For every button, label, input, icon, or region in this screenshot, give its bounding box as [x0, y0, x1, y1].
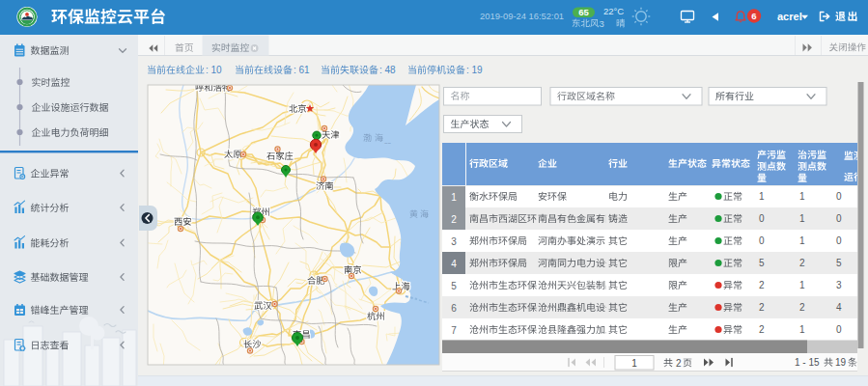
- svg-text:1 - 15: 1 - 15: [795, 357, 820, 368]
- svg-text:1: 1: [799, 191, 805, 202]
- svg-text:2: 2: [451, 214, 457, 225]
- svg-text:65: 65: [578, 7, 589, 17]
- svg-text:0: 0: [759, 213, 765, 224]
- svg-text:0: 0: [836, 191, 842, 202]
- svg-text:3: 3: [836, 280, 842, 290]
- svg-text:5: 5: [836, 258, 842, 268]
- svg-text:0: 0: [759, 235, 765, 246]
- svg-text:1: 1: [799, 213, 805, 224]
- svg-text:4: 4: [451, 259, 457, 269]
- svg-text:2: 2: [799, 302, 805, 313]
- svg-text:: 10: : 10: [206, 65, 222, 75]
- svg-text:: 48: : 48: [379, 65, 396, 75]
- svg-text:1: 1: [451, 192, 457, 203]
- svg-text:0: 0: [836, 235, 842, 246]
- svg-text:1: 1: [631, 358, 637, 369]
- svg-text:1: 1: [759, 191, 765, 202]
- svg-text:5: 5: [759, 258, 765, 268]
- svg-text:: 19: : 19: [466, 65, 483, 75]
- svg-text:°C: °C: [614, 6, 625, 16]
- svg-text:0: 0: [836, 213, 842, 224]
- svg-text:1: 1: [799, 235, 805, 246]
- svg-text:22: 22: [603, 6, 614, 16]
- svg-text:2: 2: [676, 358, 682, 369]
- svg-text:0: 0: [836, 324, 842, 335]
- svg-text:2: 2: [759, 302, 765, 313]
- svg-text:1: 1: [799, 280, 805, 290]
- svg-text:~~: ~~: [384, 140, 392, 146]
- svg-text:19: 19: [835, 357, 847, 368]
- svg-text:2: 2: [759, 280, 765, 290]
- svg-text:1: 1: [799, 324, 805, 335]
- svg-text:7: 7: [451, 325, 457, 336]
- svg-text:3: 3: [600, 18, 604, 29]
- svg-text:2: 2: [799, 258, 805, 268]
- svg-text:6: 6: [451, 303, 457, 314]
- svg-text:3: 3: [451, 236, 457, 247]
- svg-text:2: 2: [759, 324, 765, 335]
- svg-text:2019-09-24 16:52:01: 2019-09-24 16:52:01: [480, 11, 564, 21]
- svg-text:6: 6: [751, 11, 756, 21]
- svg-text:4: 4: [836, 302, 842, 313]
- svg-text:: 61: : 61: [294, 65, 310, 75]
- svg-text:5: 5: [451, 281, 457, 291]
- svg-text:acrel: acrel: [777, 11, 802, 22]
